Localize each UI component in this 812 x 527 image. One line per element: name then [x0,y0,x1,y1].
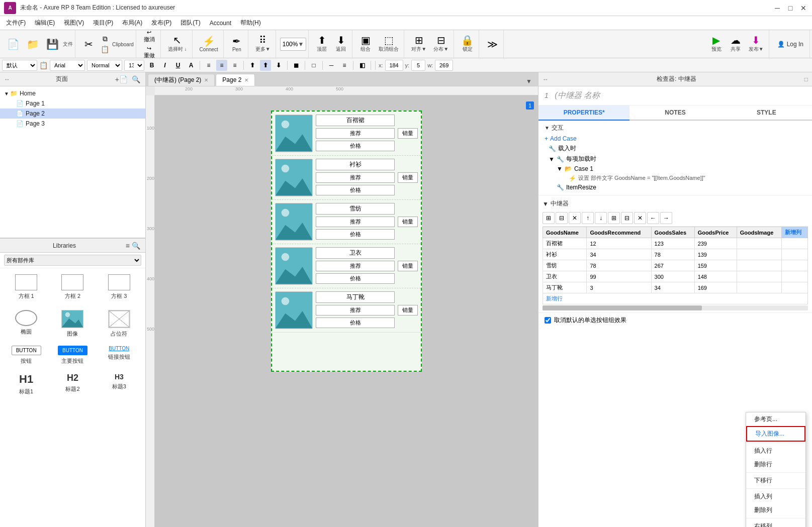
shadow-button[interactable]: ◧ [356,60,368,71]
cell-goodsname-3[interactable]: 雪纺 [543,260,587,271]
connect-button[interactable]: ⚡ Connect [197,35,221,53]
group-button[interactable]: ▣ 组合 [356,34,375,54]
cell-new-3[interactable] [782,260,808,271]
more-button[interactable]: ⠿ 更多▼ [252,34,274,54]
zoom-control[interactable]: 100% ▼ [280,38,307,51]
rep-tb-btn-5[interactable]: ↓ [595,212,607,224]
cell-price-4[interactable]: 148 [694,271,737,282]
cell-goodsname-5[interactable]: 马丁靴 [543,282,587,293]
select-button[interactable]: ↖ 选择时 ↓ [165,34,190,54]
add-case-button[interactable]: + Add Case [545,134,806,143]
ctx-menu-refer-page[interactable]: 参考页... [746,412,805,426]
font-color-button[interactable]: A [186,60,197,71]
ctx-menu-move-right-col[interactable]: 右移列 [746,519,805,527]
ctx-menu-move-down-row[interactable]: 下移行 [746,474,805,487]
login-button[interactable]: 👤 Log In [773,39,807,50]
x-input[interactable] [385,60,403,71]
menu-layout[interactable]: 布局(A) [118,18,146,28]
undo-button[interactable]: ↩ 撤消 [140,28,158,44]
canvas-tab-dropdown[interactable]: ▼ [522,77,536,86]
new-file-button[interactable]: 📄 [4,38,23,50]
rep-tb-btn-6[interactable]: ⊞ [608,212,620,224]
menu-edit[interactable]: 编辑(E) [31,18,59,28]
preview-button[interactable]: ▶ 预览 [707,34,726,54]
align-left-button[interactable]: ≡ [203,60,214,71]
menu-team[interactable]: 团队(T) [176,18,204,28]
libraries-menu-button[interactable]: ≡ [125,241,131,251]
page-item-page1[interactable]: 📄 Page 1 [0,98,145,109]
lib-item-h2[interactable]: H2 标题2 [50,371,95,397]
library-select[interactable]: 所有部件库 [4,255,141,266]
tab-style[interactable]: STYLE [721,106,812,121]
single-select-checkbox[interactable] [545,317,551,324]
onitem-expand[interactable]: ▼ [549,156,555,163]
rep-tb-btn-9[interactable]: ← [647,212,659,224]
font-style-select[interactable]: Normal [87,60,122,71]
cell-new-1[interactable] [782,238,808,249]
ctx-menu-delete-col[interactable]: 删除列 [746,503,805,517]
open-file-button[interactable]: 📁 [24,38,42,50]
search-pages-button[interactable]: 🔍 [131,74,141,84]
bold-button[interactable]: B [146,60,157,71]
lib-item-h3[interactable]: H3 标题3 [97,371,141,397]
ungroup-button[interactable]: ⬚ 取消组合 [376,34,402,54]
cell-sales-3[interactable]: 267 [651,260,694,271]
lib-item-oval[interactable]: 椭圆 [4,308,48,340]
lib-item-box3[interactable]: 方框 3 [97,272,141,302]
font-select[interactable]: Arial [50,60,85,71]
cell-price-2[interactable]: 139 [694,249,737,260]
case1-expand[interactable]: ▼ [557,165,563,172]
menu-file[interactable]: 文件(F) [2,18,30,28]
rep-tb-btn-2[interactable]: ⊟ [556,212,568,224]
cell-sales-2[interactable]: 78 [651,249,694,260]
line-style-button[interactable]: ─ [326,60,337,71]
cell-image-1[interactable] [737,238,782,249]
rep-tb-btn-10[interactable]: → [660,212,672,224]
cell-image-5[interactable] [737,282,782,293]
canvas-tab-page2[interactable]: Page 2 ✕ [216,74,255,86]
underline-button[interactable]: U [172,60,184,71]
cell-price-3[interactable]: 159 [694,260,737,271]
cell-recommend-3[interactable]: 78 [587,260,651,271]
rep-tb-btn-8[interactable]: ✕ [634,212,646,224]
ctx-menu-insert-col[interactable]: 插入列 [746,490,805,503]
cell-goodsname-1[interactable]: 百褶裙 [543,238,587,249]
lib-item-link-button[interactable]: BUTTON 链接按钮 [97,344,141,367]
cell-sales-5[interactable]: 34 [651,282,694,293]
lib-item-image[interactable]: 图像 [50,308,95,340]
align-center-button[interactable]: ≡ [216,60,227,71]
lib-item-box1[interactable]: 方框 1 [4,272,48,302]
publish-button[interactable]: ⬇ 发布▼ [746,34,767,54]
menu-account[interactable]: Account [206,19,235,28]
cell-sales-1[interactable]: 123 [651,238,694,249]
canvas-tab-repeater-close[interactable]: ✕ [204,77,208,83]
rep-tb-btn-7[interactable]: ⊟ [621,212,633,224]
save-file-button[interactable]: 💾 [43,38,62,50]
menu-view[interactable]: 视图(V) [60,18,88,28]
maximize-button[interactable]: □ [786,4,795,13]
ctx-menu-insert-row[interactable]: 插入行 [746,444,805,458]
menu-publish[interactable]: 发布(P) [147,18,175,28]
menu-project[interactable]: 项目(P) [89,18,117,28]
text-align-top-button[interactable]: ⬆ [247,60,258,71]
text-align-bot-button[interactable]: ⬇ [273,60,284,71]
home-expand-icon[interactable]: ▼ [4,91,9,96]
canvas-tab-repeater[interactable]: (中继器) (Page 2) ✕ [148,74,215,86]
align-button[interactable]: ⊞ 对齐▼ [408,34,429,54]
ctx-menu-import-image[interactable]: 导入图像... [746,426,805,442]
add-row-button[interactable]: 新增行 [543,293,808,304]
cell-image-4[interactable] [737,271,782,282]
tab-properties[interactable]: PROPERTIES * [538,106,629,121]
expand-button[interactable]: ≫ [483,38,501,50]
rep-tb-btn-4[interactable]: ↑ [582,212,594,224]
cell-sales-4[interactable]: 300 [651,271,694,282]
page-item-page2[interactable]: 📄 Page 2 [0,109,145,119]
minimize-button[interactable]: ─ [773,4,782,13]
cell-image-3[interactable] [737,260,782,271]
italic-button[interactable]: I [159,60,170,71]
y-input[interactable] [411,60,425,71]
cell-price-1[interactable]: 239 [694,238,737,249]
cell-recommend-4[interactable]: 99 [587,271,651,282]
pen-button[interactable]: ✒ Pen [228,35,246,53]
paste-button[interactable]: 📋 [99,45,111,54]
